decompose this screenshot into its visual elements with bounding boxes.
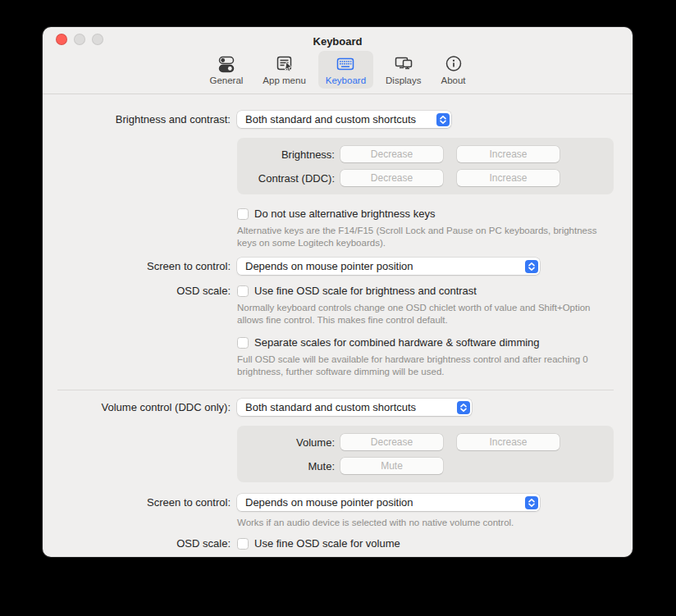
brightness-decrease-button[interactable]: Decrease bbox=[340, 146, 443, 162]
preferences-toolbar: General App menu bbox=[43, 49, 633, 94]
contrast-decrease-button[interactable]: Decrease bbox=[340, 170, 443, 186]
volume-mode-popup[interactable]: Both standard and custom shortcuts bbox=[237, 399, 472, 416]
tab-general[interactable]: General bbox=[202, 51, 250, 89]
tab-keyboard-label: Keyboard bbox=[326, 75, 366, 85]
tab-app-menu[interactable]: App menu bbox=[255, 51, 313, 89]
brightness-mode-row: Brightness and contrast: Both standard a… bbox=[43, 111, 633, 128]
popup-chevrons-icon bbox=[525, 260, 538, 273]
brightness-mode-popup[interactable]: Both standard and custom shortcuts bbox=[237, 111, 451, 128]
contrast-label: Contrast (DDC): bbox=[237, 172, 340, 185]
brightness-screen-popup[interactable]: Depends on mouse pointer position bbox=[237, 258, 540, 275]
tab-keyboard[interactable]: Keyboard bbox=[318, 51, 373, 89]
brightness-shortcuts-box: Brightness: Decrease Increase Contrast (… bbox=[237, 138, 614, 194]
volume-osd-label: OSD scale: bbox=[43, 537, 237, 550]
tab-app-menu-label: App menu bbox=[263, 75, 305, 85]
brightness-label: Brightness: bbox=[237, 148, 340, 161]
popup-chevrons-icon bbox=[525, 496, 538, 509]
fine-osd-volume-row: Use fine OSD scale for volume bbox=[237, 537, 400, 550]
close-button[interactable] bbox=[56, 34, 67, 45]
volume-mode-row: Volume control (DDC only): Both standard… bbox=[43, 399, 633, 416]
mute-button[interactable]: Mute bbox=[340, 458, 443, 474]
volume-increase-button[interactable]: Increase bbox=[457, 434, 560, 450]
tab-displays-label: Displays bbox=[386, 75, 421, 85]
contrast-increase-button[interactable]: Increase bbox=[457, 170, 560, 186]
volume-screen-value: Depends on mouse pointer position bbox=[245, 496, 413, 509]
volume-screen-popup[interactable]: Depends on mouse pointer position bbox=[237, 494, 540, 511]
tab-about[interactable]: About bbox=[434, 51, 473, 89]
brightness-increase-button[interactable]: Increase bbox=[457, 146, 560, 162]
brightness-screen-value: Depends on mouse pointer position bbox=[245, 260, 413, 272]
volume-decrease-button[interactable]: Decrease bbox=[340, 434, 443, 450]
fine-osd-brightness-help: Normally keyboard controls change one OS… bbox=[237, 302, 616, 326]
volume-mode-label: Volume control (DDC only): bbox=[43, 401, 237, 413]
toggles-icon bbox=[216, 53, 237, 75]
contrast-shortcut-row: Contrast (DDC): Decrease Increase bbox=[237, 170, 614, 186]
preferences-window: Keyboard General bbox=[43, 27, 633, 557]
zoom-button bbox=[92, 34, 103, 45]
fine-osd-volume-checkbox[interactable] bbox=[237, 538, 249, 550]
mute-shortcut-row: Mute: Mute bbox=[237, 458, 614, 474]
separate-scales-help: Full OSD scale will be available for har… bbox=[237, 354, 616, 378]
volume-shortcuts-box: Volume: Decrease Increase Mute: Mute bbox=[237, 426, 614, 482]
volume-mode-value: Both standard and custom shortcuts bbox=[245, 401, 416, 413]
alt-keys-checkbox[interactable] bbox=[237, 208, 249, 220]
volume-label: Volume: bbox=[237, 436, 340, 449]
brightness-mode-label: Brightness and contrast: bbox=[43, 113, 237, 125]
volume-screen-row: Screen to control: Depends on mouse poin… bbox=[43, 494, 633, 511]
brightness-osd-label: OSD scale: bbox=[43, 285, 237, 297]
brightness-mode-value: Both standard and custom shortcuts bbox=[245, 113, 416, 125]
fine-osd-brightness-row: Use fine OSD scale for brightness and co… bbox=[237, 285, 477, 297]
keyboard-icon bbox=[335, 53, 356, 75]
volume-screen-help: Works if an audio device is selected wit… bbox=[237, 517, 616, 529]
tab-about-label: About bbox=[441, 75, 466, 85]
separate-scales-row: Separate scales for combined hardware & … bbox=[237, 336, 633, 349]
info-icon bbox=[443, 53, 464, 75]
popup-chevrons-icon bbox=[457, 401, 470, 414]
alt-keys-help: Alternative keys are the F14/F15 (Scroll… bbox=[237, 225, 616, 249]
section-divider bbox=[57, 390, 614, 390]
traffic-lights bbox=[56, 34, 103, 45]
alt-keys-row: Do not use alternative brightness keys bbox=[237, 208, 633, 220]
keyboard-settings-pane: Brightness and contrast: Both standard a… bbox=[43, 94, 633, 550]
tab-general-label: General bbox=[209, 75, 243, 85]
fine-osd-volume-label: Use fine OSD scale for volume bbox=[254, 537, 400, 550]
volume-osd-row: OSD scale: Use fine OSD scale for volume bbox=[43, 537, 633, 550]
popup-chevrons-icon bbox=[436, 113, 450, 126]
brightness-screen-row: Screen to control: Depends on mouse poin… bbox=[43, 258, 633, 275]
volume-screen-label: Screen to control: bbox=[43, 496, 237, 509]
minimize-button bbox=[74, 34, 85, 45]
volume-shortcut-row: Volume: Decrease Increase bbox=[237, 434, 614, 450]
brightness-shortcut-row: Brightness: Decrease Increase bbox=[237, 146, 614, 162]
separate-scales-checkbox[interactable] bbox=[237, 337, 249, 349]
tab-displays[interactable]: Displays bbox=[378, 51, 428, 89]
window-title: Keyboard bbox=[313, 35, 363, 48]
title-bar: Keyboard bbox=[43, 27, 633, 49]
brightness-osd-row: OSD scale: Use fine OSD scale for bright… bbox=[43, 285, 633, 297]
displays-icon bbox=[393, 53, 414, 75]
alt-keys-label: Do not use alternative brightness keys bbox=[254, 208, 435, 220]
mute-label: Mute: bbox=[237, 460, 340, 472]
fine-osd-brightness-checkbox[interactable] bbox=[237, 285, 249, 297]
fine-osd-brightness-label: Use fine OSD scale for brightness and co… bbox=[254, 285, 477, 297]
separate-scales-label: Separate scales for combined hardware & … bbox=[254, 336, 540, 349]
menu-cursor-icon bbox=[274, 53, 295, 75]
brightness-screen-label: Screen to control: bbox=[43, 260, 237, 272]
